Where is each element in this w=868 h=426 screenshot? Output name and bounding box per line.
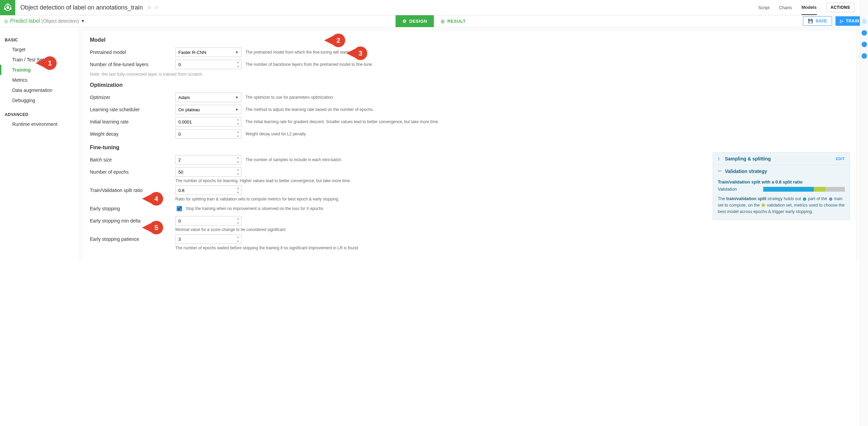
train-button-label: TRAIN [846, 19, 859, 23]
task-type: (Object detection) [41, 18, 79, 24]
es-check-label: Stop the training when no improvement is… [186, 206, 323, 211]
chevron-down-icon[interactable]: ▼ [81, 19, 85, 23]
training-panel: 2 3 4 5 Model Pretrained model Faster R-… [81, 30, 856, 260]
es-min-help: Minimal value for a score change to be c… [175, 227, 848, 232]
layers-help: The number of backbone layers from the p… [245, 62, 848, 67]
annotation-3: 3 [354, 46, 367, 60]
es-label: Early stopping [90, 206, 171, 211]
card-description: The train/validation split strategy hold… [713, 193, 850, 219]
annotation-2: 2 [332, 34, 345, 47]
right-rail [860, 0, 868, 260]
annotation-1: 1 [43, 56, 57, 70]
svg-point-1 [7, 6, 9, 8]
card-validation-title: Validation strategy [725, 169, 767, 174]
pretrained-help: The pretrained model from which the fine… [245, 50, 848, 55]
page-title: Object detection of label on annotations… [20, 4, 143, 11]
sched-select[interactable]: On plateau [175, 105, 241, 114]
ep-input[interactable] [175, 167, 241, 177]
es-pat-help: The number of epochs waited before stopp… [175, 246, 848, 250]
actions-button[interactable]: ACTIONS [826, 3, 855, 12]
splitting-info-card: 〉 Sampling & splitting EDIT ﹀ Validation… [713, 152, 850, 220]
sidebar-group-advanced: ADVANCED [0, 110, 78, 119]
tab-result-label: RESULT [447, 19, 466, 24]
rail-info-icon[interactable] [862, 30, 867, 36]
pretrained-select[interactable]: Faster R-CNN [175, 47, 241, 57]
optimizer-help: The optimizer to use for parameters opti… [245, 95, 848, 100]
copy-icon[interactable]: ⧉ [148, 5, 151, 10]
chevron-down-icon: ﹀ [718, 169, 722, 174]
split-input[interactable] [175, 186, 241, 195]
card-sampling-header[interactable]: 〉 Sampling & splitting EDIT [713, 153, 850, 165]
tab-design-label: DESIGN [409, 19, 427, 24]
wd-label: Weight decay [90, 131, 171, 137]
section-model: Model [90, 37, 848, 43]
ep-label: Number of epochs [90, 169, 171, 175]
wd-input[interactable] [175, 129, 241, 139]
card-edit-link[interactable]: EDIT [836, 157, 845, 161]
sidebar-item-metrics[interactable]: Metrics [0, 75, 78, 85]
es-pat-input[interactable] [175, 234, 241, 244]
svg-point-4 [4, 8, 6, 9]
sidebar-item-data-aug[interactable]: Data augmentation [0, 85, 78, 95]
result-icon: ◎ [441, 19, 445, 24]
layers-input[interactable] [175, 60, 241, 69]
layers-label: Number of fine-tuned layers [90, 62, 171, 67]
es-min-input[interactable] [175, 216, 241, 226]
es-checkbox[interactable] [177, 206, 182, 211]
globe-icon[interactable]: ◷ [154, 5, 158, 10]
sidebar-group-basic: BASIC [0, 36, 78, 44]
section-finetuning: Fine-tuning [90, 144, 848, 151]
rail-add-icon[interactable] [862, 19, 867, 24]
card-sampling-title: Sampling & splitting [725, 156, 771, 161]
rail-history-icon[interactable] [862, 42, 867, 47]
tab-models[interactable]: Models [802, 0, 817, 15]
play-icon: ▷ [840, 19, 844, 23]
es-pat-label: Early stopping patience [90, 236, 171, 242]
pretrained-label: Pretrained model [90, 50, 171, 55]
sidebar-item-runtime[interactable]: Runtime environment [0, 119, 78, 129]
tab-charts[interactable]: Charts [779, 0, 792, 15]
lr-help: The initial learning rate for gradient d… [245, 119, 848, 124]
svg-point-2 [7, 4, 8, 5]
card-validation-header[interactable]: ﹀ Validation strategy [713, 165, 850, 177]
optimizer-select[interactable]: Adam [175, 93, 241, 102]
dot-train-icon [803, 197, 806, 201]
tab-result[interactable]: ◎ RESULT [434, 15, 473, 27]
card-subtitle: Train/validation split with a 0.8 split … [713, 177, 850, 185]
save-button-label: SAVE [816, 19, 827, 23]
task-icon: ◎ [4, 18, 8, 24]
lr-label: Initial learning rate [90, 119, 171, 124]
section-optimization: Optimization [90, 82, 848, 88]
chevron-right-icon: 〉 [718, 156, 722, 161]
sidebar-item-debugging[interactable]: Debugging [0, 95, 78, 105]
save-button[interactable]: 💾 SAVE [803, 16, 832, 26]
bs-label: Batch size [90, 157, 171, 162]
card-split-bar [763, 187, 845, 192]
wd-help: Weight decay used for L2 penalty [245, 132, 848, 136]
model-note: Note: the last fully-connected layer is … [90, 72, 848, 77]
sched-label: Learning rate scheduler [90, 107, 171, 112]
bs-input[interactable] [175, 155, 241, 164]
settings-sidebar: BASIC Target Train / Test Set Training M… [0, 27, 78, 260]
app-logo[interactable] [0, 0, 15, 15]
card-bar-label: Validation [718, 187, 758, 192]
tab-script[interactable]: Script [758, 0, 769, 15]
sched-help: The method to adjust the learning rate b… [245, 107, 848, 112]
task-name[interactable]: Predict label [10, 18, 40, 24]
svg-point-3 [10, 8, 11, 9]
tab-design[interactable]: ⚙ DESIGN [396, 15, 434, 27]
dot-full-icon [829, 197, 832, 201]
lr-input[interactable] [175, 117, 241, 127]
save-icon: 💾 [808, 19, 813, 23]
rail-clock-icon[interactable] [862, 53, 867, 59]
annotation-5: 5 [150, 221, 163, 234]
dot-validation-icon [762, 204, 765, 207]
optimizer-label: Optimizer [90, 95, 171, 100]
annotation-4: 4 [150, 192, 163, 206]
design-icon: ⚙ [402, 19, 407, 24]
sidebar-item-target[interactable]: Target [0, 44, 78, 55]
